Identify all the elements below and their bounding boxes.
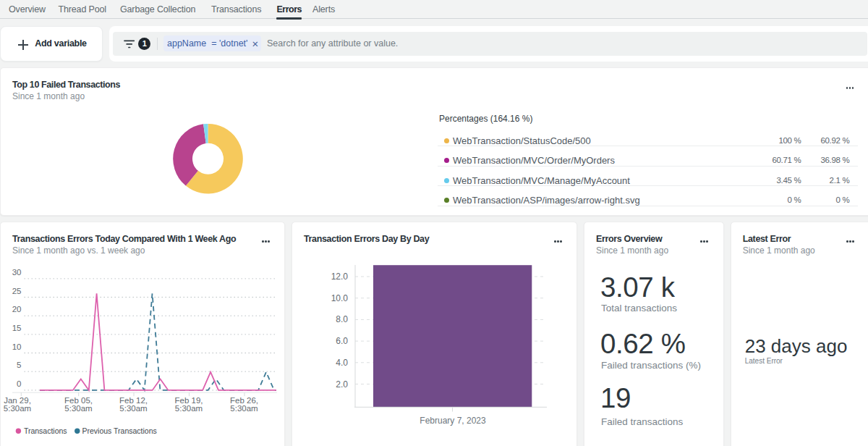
svg-text:15: 15 bbox=[12, 324, 22, 332]
svg-text:10: 10 bbox=[12, 342, 22, 351]
svg-text:Previous Transactions: Previous Transactions bbox=[82, 426, 157, 435]
svg-text:30: 30 bbox=[12, 268, 22, 277]
svg-text:6.0: 6.0 bbox=[336, 336, 348, 346]
svg-text:10.0: 10.0 bbox=[331, 293, 349, 303]
svg-text:5:30am: 5:30am bbox=[119, 404, 147, 413]
svg-text:20: 20 bbox=[12, 305, 22, 314]
svg-text:Transactions: Transactions bbox=[24, 426, 67, 435]
svg-text:2.0: 2.0 bbox=[336, 379, 348, 390]
svg-text:5:30am: 5:30am bbox=[230, 404, 258, 413]
svg-text:5: 5 bbox=[17, 361, 21, 369]
svg-text:12.0: 12.0 bbox=[331, 272, 349, 282]
svg-text:4.0: 4.0 bbox=[336, 358, 348, 368]
svg-text:0: 0 bbox=[17, 379, 21, 388]
svg-text:5:30am: 5:30am bbox=[175, 404, 203, 413]
svg-text:8.0: 8.0 bbox=[336, 314, 348, 324]
svg-text:5:30am: 5:30am bbox=[64, 404, 92, 413]
svg-text:5:30am: 5:30am bbox=[4, 404, 31, 413]
svg-text:February 7, 2023: February 7, 2023 bbox=[420, 416, 486, 426]
svg-text:25: 25 bbox=[12, 287, 22, 295]
